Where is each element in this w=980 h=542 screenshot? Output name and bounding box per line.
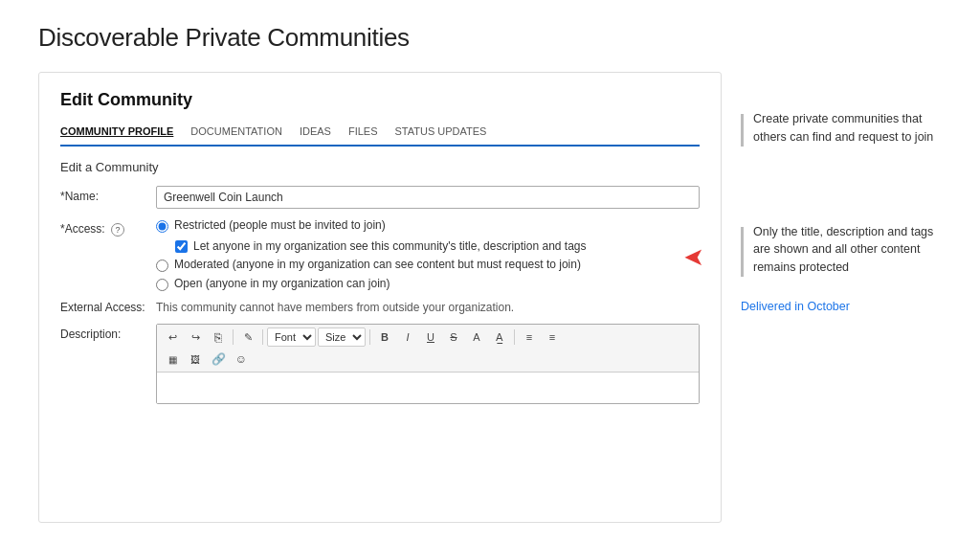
toolbar-row-1: ↩ ↪ ⎘ ✎ Font Size: [162, 327, 694, 347]
editor-toolbar: ↩ ↪ ⎘ ✎ Font Size: [157, 325, 699, 373]
annotation-content-3: Delivered in October: [741, 298, 850, 316]
toolbar-sep-4: [514, 329, 515, 345]
sidebar-panel: Create private communities that others c…: [722, 72, 942, 523]
radio-restricted-input[interactable]: [156, 220, 168, 233]
radio-moderated-label: Moderated (anyone in my organization can…: [174, 258, 581, 271]
checkbox-let-anyone: Let anyone in my organization see this c…: [175, 239, 700, 253]
name-row: *Name:: [60, 186, 700, 209]
font-select[interactable]: Font: [267, 327, 316, 347]
description-row: Description: ↩ ↪ ⎘ ✎ Font: [60, 324, 700, 404]
radio-group: Restricted (people must be invited to jo…: [156, 218, 700, 291]
description-label: Description:: [60, 324, 156, 341]
underline-button[interactable]: U: [420, 327, 441, 347]
strikethrough-button[interactable]: S: [443, 327, 464, 347]
page-container: Discoverable Private Communities Edit Co…: [0, 0, 980, 542]
emoji-button[interactable]: ☺: [231, 350, 252, 369]
italic-button[interactable]: I: [397, 327, 418, 347]
font-color-button[interactable]: A: [466, 327, 487, 347]
tab-status-updates[interactable]: STATUS UPDATES: [394, 122, 494, 141]
form-panel: Edit Community COMMUNITY PROFILE DOCUMEN…: [38, 72, 722, 523]
radio-restricted-label: Restricted (people must be invited to jo…: [174, 218, 386, 232]
external-access-row: External Access: This community cannot h…: [60, 301, 700, 314]
editor-container: ↩ ↪ ⎘ ✎ Font Size: [156, 324, 700, 404]
tab-ideas[interactable]: IDEAS: [300, 122, 339, 141]
radio-open-label: Open (anyone in my organization can join…: [174, 277, 390, 290]
tabs-row: COMMUNITY PROFILE DOCUMENTATION IDEAS FI…: [60, 122, 700, 147]
checkbox-let-anyone-input[interactable]: [175, 240, 188, 253]
size-select[interactable]: Size: [318, 327, 366, 347]
toolbar-row-2: ▦ 🖼 🔗 ☺: [162, 350, 694, 369]
arrow-icon: ➤: [683, 242, 704, 272]
access-label: *Access: ?: [60, 218, 156, 237]
link-button[interactable]: 🔗: [208, 350, 229, 369]
annotation-block-1: Create private communities that others c…: [741, 110, 942, 147]
tab-files[interactable]: FILES: [348, 122, 386, 141]
radio-moderated: Moderated (anyone in my organization can…: [156, 258, 700, 272]
copy-button[interactable]: ⎘: [208, 327, 229, 347]
undo-button[interactable]: ↩: [162, 327, 183, 347]
redo-button[interactable]: ↪: [185, 327, 206, 347]
tab-community-profile[interactable]: COMMUNITY PROFILE: [60, 122, 181, 141]
image-button[interactable]: 🖼: [185, 350, 206, 369]
toolbar-sep-3: [369, 329, 370, 345]
name-field: [156, 186, 700, 209]
radio-open-input[interactable]: [156, 279, 168, 291]
external-access-label: External Access:: [60, 301, 156, 314]
annotation-block-3: Delivered in October: [741, 298, 942, 316]
checkbox-let-anyone-label: Let anyone in my organization see this c…: [193, 239, 587, 253]
access-row: *Access: ? Restricted (people must be in…: [60, 218, 700, 291]
form-panel-title: Edit Community: [60, 90, 700, 110]
toolbar-sep-2: [262, 329, 263, 345]
page-title: Discoverable Private Communities: [38, 23, 942, 53]
annotation-text-2: Only the title, description and tags are…: [753, 223, 942, 277]
delivered-link[interactable]: Delivered in October: [741, 298, 850, 316]
pencil-button[interactable]: ✎: [237, 327, 258, 347]
annotation-content-2: Only the title, description and tags are…: [753, 223, 942, 277]
editor-body[interactable]: [157, 373, 699, 403]
bold-button[interactable]: B: [374, 327, 395, 347]
tab-documentation[interactable]: DOCUMENTATION: [190, 122, 290, 141]
section-title: Edit a Community: [60, 160, 700, 174]
align-left-button[interactable]: ≡: [519, 327, 540, 347]
toolbar-sep-1: [233, 329, 234, 345]
align-right-button[interactable]: ≡: [542, 327, 563, 347]
name-label: *Name:: [60, 186, 156, 203]
radio-restricted: Restricted (people must be invited to jo…: [156, 218, 700, 233]
annotation-block-2: Only the title, description and tags are…: [741, 223, 942, 277]
table-button[interactable]: ▦: [162, 350, 183, 369]
external-access-text: This community cannot have members from …: [156, 301, 514, 314]
annotation-line-2: [741, 227, 744, 277]
annotation-line-1: [741, 114, 744, 147]
radio-moderated-input[interactable]: [156, 260, 168, 272]
access-field: Restricted (people must be invited to jo…: [156, 218, 700, 291]
highlight-button[interactable]: A̲: [489, 327, 510, 347]
radio-open: Open (anyone in my organization can join…: [156, 277, 700, 291]
access-help-icon[interactable]: ?: [111, 223, 124, 237]
annotation-text-1: Create private communities that others c…: [753, 110, 942, 147]
name-input[interactable]: [156, 186, 700, 209]
content-row: Edit Community COMMUNITY PROFILE DOCUMEN…: [38, 72, 942, 523]
